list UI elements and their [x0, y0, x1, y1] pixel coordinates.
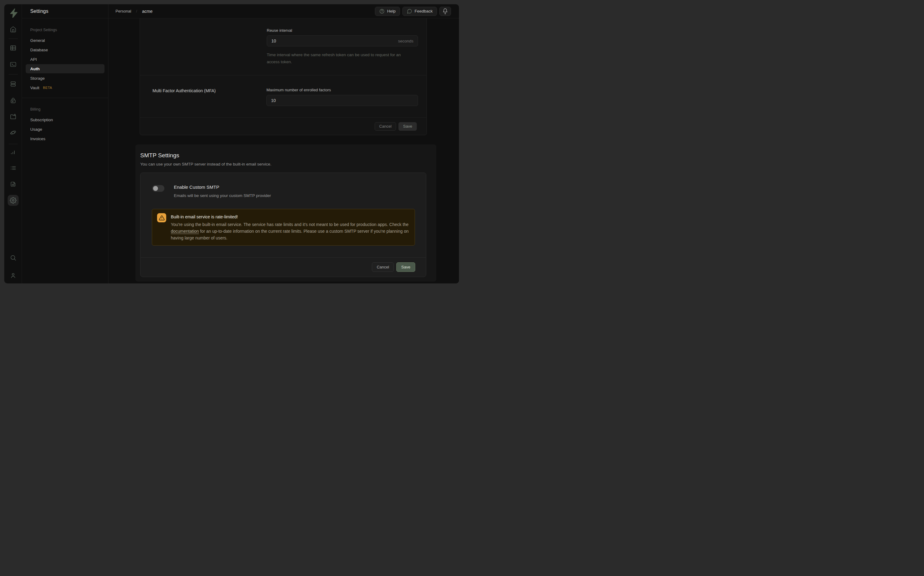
- breadcrumb: Personal / acme: [115, 9, 152, 14]
- toggle-knob: [153, 186, 158, 191]
- beta-badge: BETA: [43, 86, 52, 90]
- storage-icon[interactable]: [8, 111, 19, 122]
- sidebar-item-general[interactable]: General: [26, 36, 104, 45]
- bell-icon: [442, 8, 448, 14]
- edge-functions-icon[interactable]: [8, 127, 19, 138]
- sidebar-item-database[interactable]: Database: [26, 45, 104, 54]
- rail-divider: [8, 38, 18, 39]
- table-editor-icon[interactable]: [8, 42, 19, 53]
- account-icon[interactable]: [8, 270, 19, 281]
- mfa-field-label: Maximum number of enrolled factors: [266, 88, 418, 92]
- documentation-link[interactable]: documentation: [171, 229, 199, 234]
- section-header-billing: Billing: [26, 107, 104, 112]
- sidebar-item-auth[interactable]: Auth: [26, 64, 104, 73]
- section-header-project-settings: Project Settings: [26, 28, 104, 32]
- settings-content: Reuse interval seconds Time interval whe…: [109, 18, 459, 283]
- save-button[interactable]: Save: [399, 122, 417, 131]
- breadcrumb-org[interactable]: Personal: [115, 9, 131, 13]
- sidebar-header: Settings: [22, 4, 108, 18]
- enable-custom-smtp-toggle[interactable]: [152, 185, 164, 192]
- sidebar-item-subscription[interactable]: Subscription: [26, 115, 104, 124]
- project-settings-icon[interactable]: [8, 195, 19, 206]
- mfa-section-label: Multi Factor Authentication (MFA): [152, 88, 266, 93]
- enable-custom-smtp-row: Enable Custom SMTP Emails will be sent u…: [141, 173, 426, 198]
- reuse-interval-unit: seconds: [398, 39, 413, 43]
- sidebar-item-invoices[interactable]: Invoices: [26, 134, 104, 143]
- sql-editor-icon[interactable]: [8, 59, 19, 70]
- cancel-button[interactable]: Cancel: [375, 122, 396, 131]
- feedback-button[interactable]: Feedback: [402, 7, 437, 16]
- breadcrumb-separator: /: [136, 9, 137, 13]
- settings-sidebar: Settings Project Settings General Databa…: [22, 4, 109, 283]
- breadcrumb-project[interactable]: acme: [142, 9, 152, 14]
- sidebar-item-usage[interactable]: Usage: [26, 125, 104, 134]
- smtp-card: Enable Custom SMTP Emails will be sent u…: [140, 173, 426, 277]
- help-button[interactable]: Help: [375, 7, 400, 16]
- database-icon[interactable]: [8, 78, 19, 90]
- page-title: Settings: [30, 8, 48, 14]
- search-icon[interactable]: [8, 252, 19, 263]
- smtp-settings-section: SMTP Settings You can use your own SMTP …: [135, 144, 436, 282]
- enable-custom-smtp-label: Enable Custom SMTP: [174, 184, 271, 190]
- logs-icon[interactable]: [8, 163, 19, 173]
- supabase-logo-icon[interactable]: [8, 8, 18, 18]
- auth-card-footer: Cancel Save: [140, 117, 426, 135]
- smtp-card-footer: Cancel Save: [141, 258, 426, 277]
- reuse-interval-field: seconds: [267, 35, 418, 46]
- header-actions: Help Feedback: [375, 7, 451, 16]
- rail-divider: [8, 74, 18, 75]
- sidebar-nav: Project Settings General Database API Au…: [22, 18, 108, 144]
- smtp-settings-description: You can use your own SMTP server instead…: [140, 162, 426, 166]
- sidebar-item-vault[interactable]: Vault BETA: [26, 83, 104, 92]
- warning-body: You're using the built-in email service.…: [171, 221, 410, 241]
- home-icon[interactable]: [8, 24, 19, 35]
- warning-triangle-icon: [157, 213, 166, 222]
- enable-custom-smtp-description: Emails will be sent using your custom SM…: [174, 193, 271, 198]
- app-window: Settings Project Settings General Databa…: [4, 4, 459, 283]
- main-area: Personal / acme Help Feedback: [109, 4, 459, 283]
- sidebar-item-api[interactable]: API: [26, 55, 104, 64]
- reuse-interval-input[interactable]: [271, 38, 398, 43]
- reports-icon[interactable]: [8, 147, 19, 158]
- reuse-interval-help: Time interval where the same refresh tok…: [267, 51, 409, 66]
- smtp-settings-title: SMTP Settings: [140, 152, 426, 159]
- mfa-group: Multi Factor Authentication (MFA) Maximu…: [140, 75, 426, 117]
- sidebar-item-storage[interactable]: Storage: [26, 74, 104, 83]
- mfa-field: [266, 95, 418, 106]
- mfa-max-factors-input[interactable]: [271, 98, 413, 103]
- reuse-interval-group: Reuse interval seconds Time interval whe…: [140, 18, 426, 75]
- reuse-interval-label: Reuse interval: [267, 28, 418, 33]
- save-button[interactable]: Save: [396, 262, 415, 272]
- icon-rail: [4, 4, 22, 283]
- help-circle-icon: [379, 8, 385, 14]
- auth-settings-card: Reuse interval seconds Time interval whe…: [139, 18, 427, 135]
- authentication-icon[interactable]: [8, 95, 19, 106]
- top-bar: Personal / acme Help Feedback: [109, 4, 459, 18]
- api-docs-icon[interactable]: [8, 179, 19, 190]
- feedback-bubble-icon: [407, 8, 412, 14]
- warning-title: Built-in email service is rate-limited!: [171, 214, 410, 220]
- notifications-button[interactable]: [439, 7, 451, 16]
- rate-limit-warning: Built-in email service is rate-limited! …: [152, 209, 415, 246]
- cancel-button[interactable]: Cancel: [372, 262, 394, 272]
